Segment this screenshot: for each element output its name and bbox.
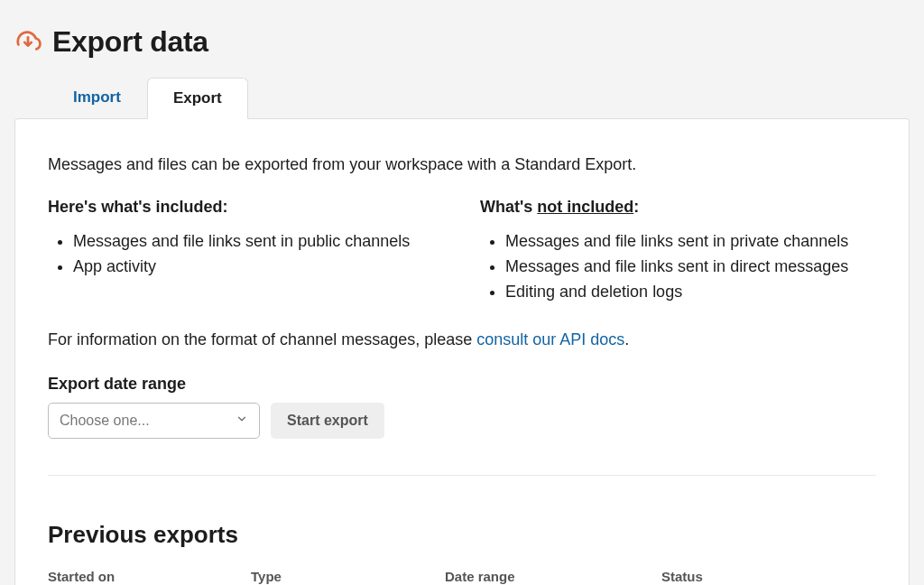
included-column: Here's what's included: Messages and fil… xyxy=(48,198,444,305)
column-header-type: Type xyxy=(251,569,445,584)
not-included-column: What's not included: Messages and file l… xyxy=(480,198,876,305)
tab-import[interactable]: Import xyxy=(47,77,147,118)
list-item: Messages and file links sent in public c… xyxy=(73,229,444,255)
more-info-text: For information on the format of channel… xyxy=(48,330,876,349)
list-item: Messages and file links sent in private … xyxy=(505,229,876,255)
download-cloud-icon xyxy=(14,27,42,57)
date-range-select[interactable]: Choose one... xyxy=(48,403,260,439)
column-header-started-on: Started on xyxy=(48,569,251,584)
start-export-button[interactable]: Start export xyxy=(271,403,384,439)
page-header: Export data xyxy=(14,25,910,59)
included-heading: Here's what's included: xyxy=(48,198,444,217)
column-header-date-range: Date range xyxy=(445,569,661,584)
tab-export[interactable]: Export xyxy=(147,78,248,119)
list-item: Messages and file links sent in direct m… xyxy=(505,255,876,280)
chevron-down-icon xyxy=(236,413,248,429)
select-placeholder: Choose one... xyxy=(60,413,150,429)
intro-text: Messages and files can be exported from … xyxy=(48,155,876,174)
section-divider xyxy=(48,475,876,476)
not-included-heading: What's not included: xyxy=(480,198,876,217)
exports-table-header: Started on Type Date range Status xyxy=(48,569,876,584)
page-title: Export data xyxy=(52,25,208,59)
tab-bar: Import Export xyxy=(14,77,910,118)
list-item: Editing and deletion logs xyxy=(505,280,876,305)
date-range-label: Export date range xyxy=(48,375,876,394)
export-panel: Messages and files can be exported from … xyxy=(14,118,910,585)
api-docs-link[interactable]: consult our API docs xyxy=(476,330,624,348)
previous-exports-heading: Previous exports xyxy=(48,521,876,549)
list-item: App activity xyxy=(73,255,444,280)
column-header-status: Status xyxy=(661,569,876,584)
